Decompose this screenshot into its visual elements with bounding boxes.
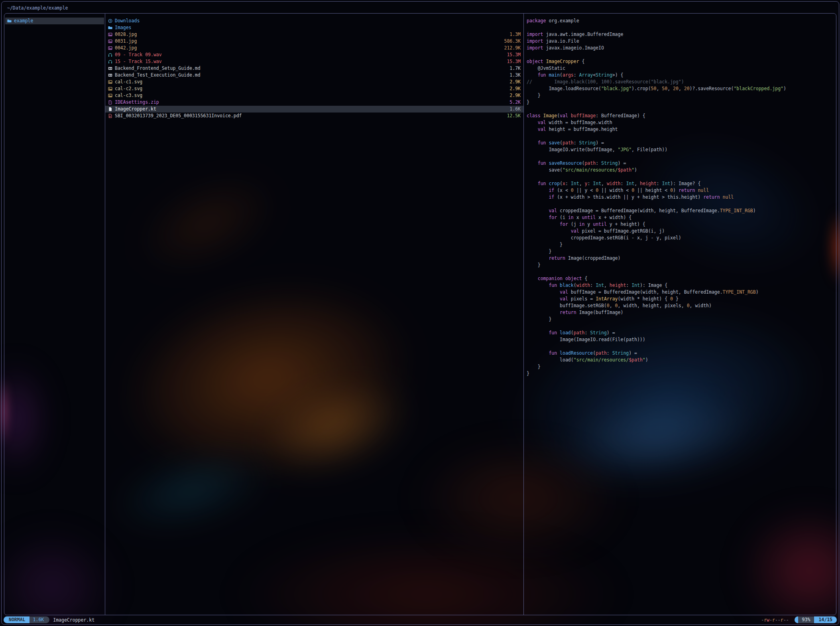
- code-line: val width = buffImage.width: [527, 119, 834, 126]
- code-line: [527, 323, 834, 330]
- file-permissions: -rw-r--r--: [761, 617, 789, 623]
- code-line: }: [527, 262, 834, 269]
- vector-icon: [108, 87, 115, 91]
- mode-pill: NORMAL 1.6K: [4, 616, 49, 623]
- audio-icon: [108, 59, 115, 64]
- scroll-percent: 93%: [798, 616, 814, 623]
- audio-icon: [108, 53, 115, 57]
- markdown-icon: [108, 66, 115, 71]
- markdown-icon: [108, 73, 115, 77]
- code-line: [527, 51, 834, 58]
- parent-item-label: example: [14, 18, 33, 24]
- pdf-icon: [108, 114, 115, 118]
- vector-icon: [108, 80, 115, 84]
- file-size: 2.9K: [510, 85, 521, 92]
- file-row[interactable]: cal-c2.svg2.9K: [105, 85, 523, 92]
- parent-item-example[interactable]: example: [5, 18, 104, 24]
- file-icon: [108, 107, 115, 111]
- file-name: cal-c1.svg: [115, 79, 142, 85]
- code-line: [527, 174, 834, 180]
- file-row[interactable]: cal-c3.svg2.9K: [105, 92, 523, 99]
- file-name: 15 - Track 15.wav: [115, 58, 162, 65]
- file-size: 1.3M: [510, 31, 521, 38]
- code-line: }: [527, 370, 834, 377]
- panes-container: example DownloadsImages0028.jpg1.3M0031.…: [4, 13, 836, 615]
- code-line: fun black(width: Int, height: Int): Imag…: [527, 282, 834, 289]
- file-name: cal-c3.svg: [115, 92, 142, 99]
- code-line: [527, 106, 834, 113]
- image-icon: [108, 46, 115, 50]
- file-row[interactable]: cal-c1.svg2.9K: [105, 79, 523, 85]
- code-line: val pixel = buffImage.getRGB(i, j): [527, 228, 834, 235]
- file-size: 212.9K: [504, 45, 521, 51]
- code-line: save("src/main/resources/$path"): [527, 167, 834, 174]
- file-row[interactable]: 0028.jpg1.3M: [105, 31, 523, 38]
- code-line: Image(ImageIO.read(File(path))): [527, 336, 834, 343]
- mode-indicator: NORMAL: [4, 616, 30, 623]
- code-line: for (i in x until x + width) {: [527, 214, 834, 221]
- file-size: 2.9K: [510, 79, 521, 85]
- file-row[interactable]: 09 - Track 09.wav15.3M: [105, 51, 523, 58]
- file-size: 1.3K: [510, 72, 521, 79]
- current-path: ~/Data/example/example: [7, 3, 68, 13]
- code-line: return Image(buffImage): [527, 309, 834, 316]
- code-line: import javax.imageio.ImageIO: [527, 45, 834, 51]
- code-line: fun loadResource(path: String) =: [527, 350, 834, 357]
- file-size: 15.3M: [507, 51, 521, 58]
- code-line: [527, 269, 834, 275]
- image-icon: [108, 39, 115, 43]
- code-line: [527, 343, 834, 350]
- file-name: 0028.jpg: [115, 31, 137, 38]
- code-line: Image.loadResource("black.jpg").crop(50,…: [527, 85, 834, 92]
- file-size: 5.2K: [510, 99, 521, 106]
- file-row[interactable]: SBI_0032013739_2023_DE05_0003155631Invoi…: [105, 113, 523, 119]
- code-line: if (x < 0 || y < 0 || width < 0 || heigh…: [527, 187, 834, 194]
- code-line: val pixels = IntArray(width * height) { …: [527, 296, 834, 302]
- file-row[interactable]: 15 - Track 15.wav15.3M: [105, 58, 523, 65]
- code-line: val buffImage = BufferedImage(width, hei…: [527, 289, 834, 296]
- code-line: fun load(path: String) =: [527, 330, 834, 336]
- file-row[interactable]: Downloads: [105, 18, 523, 24]
- file-name: Downloads: [115, 18, 140, 24]
- code-line: croppedImage.setRGB(i - x, j - y, pixel): [527, 235, 834, 241]
- code-line: if (x + width > this.width || y + height…: [527, 194, 834, 201]
- code-line: load("src/main/resources/$path"): [527, 357, 834, 363]
- code-line: [527, 133, 834, 140]
- file-name: ImageCropper.kt: [115, 106, 156, 113]
- folder-icon: [108, 26, 115, 30]
- file-name: Images: [115, 24, 132, 31]
- file-row[interactable]: Backend_Frontend_Setup_Guide.md1.7K: [105, 65, 523, 72]
- status-bar: NORMAL 1.6K ImageCropper.kt -rw-r--r-- 9…: [4, 616, 837, 624]
- code-line: package org.example: [527, 18, 834, 24]
- code-line: class Image(val buffImage: BufferedImage…: [527, 113, 834, 119]
- file-row[interactable]: 0031.jpg586.3K: [105, 38, 523, 45]
- file-list-pane: DownloadsImages0028.jpg1.3M0031.jpg586.3…: [105, 14, 524, 615]
- code-line: }: [527, 99, 834, 106]
- file-name: SBI_0032013739_2023_DE05_0003155631Invoi…: [115, 113, 242, 119]
- cursor-position: 14/15: [814, 616, 837, 623]
- file-row[interactable]: ImageCropper.kt1.6K: [105, 106, 523, 113]
- terminal-screen: ~/Data/example/example example Downloads…: [0, 0, 840, 626]
- code-line: buffImage.setRGB(0, 0, width, height, pi…: [527, 302, 834, 309]
- code-line: }: [527, 92, 834, 99]
- file-row[interactable]: IDEAsettings.zip5.2K: [105, 99, 523, 106]
- code-line: val height = buffImage.height: [527, 126, 834, 133]
- file-row[interactable]: 0042.jpg212.9K: [105, 45, 523, 51]
- file-size: 1.7K: [510, 65, 521, 72]
- code-line: }: [527, 248, 834, 255]
- position-pill: 93% 14/15: [795, 616, 837, 623]
- code-line: fun saveResource(path: String) =: [527, 160, 834, 167]
- file-size: 12.5K: [507, 113, 521, 119]
- code-line: }: [527, 316, 834, 323]
- file-name: IDEAsettings.zip: [115, 99, 159, 106]
- code-line: // Image.black(100, 100).saveResource("b…: [527, 79, 834, 85]
- file-row[interactable]: Backend_Test_Execution_Guide.md1.3K: [105, 72, 523, 79]
- code-line: return Image(croppedImage): [527, 255, 834, 262]
- file-row[interactable]: Images: [105, 24, 523, 31]
- file-name: Backend_Frontend_Setup_Guide.md: [115, 65, 201, 72]
- file-size: 586.3K: [504, 38, 521, 45]
- code-line: import java.awt.image.BufferedImage: [527, 31, 834, 38]
- yazi-window: ~/Data/example/example example Downloads…: [1, 1, 839, 625]
- code-line: object ImageCropper {: [527, 58, 834, 65]
- status-file-name: ImageCropper.kt: [53, 617, 94, 623]
